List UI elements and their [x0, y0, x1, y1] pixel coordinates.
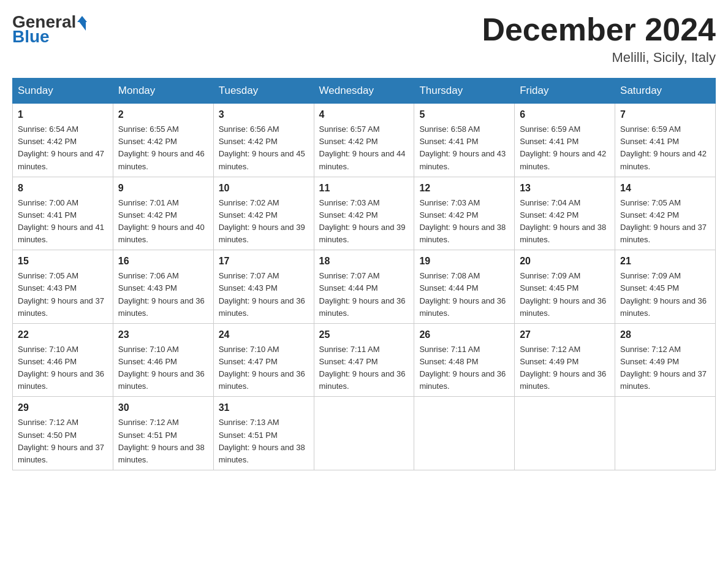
day-info: Sunrise: 7:09 AMSunset: 4:45 PMDaylight:…: [520, 271, 606, 317]
day-number: 7: [620, 107, 710, 122]
day-number: 24: [219, 327, 309, 342]
table-row: [314, 397, 414, 470]
col-wednesday: Wednesday: [314, 79, 414, 104]
table-row: 28Sunrise: 7:12 AMSunset: 4:49 PMDayligh…: [615, 323, 716, 397]
calendar-table: Sunday Monday Tuesday Wednesday Thursday…: [12, 78, 716, 470]
day-number: 13: [520, 181, 610, 196]
day-info: Sunrise: 6:58 AMSunset: 4:41 PMDaylight:…: [419, 124, 506, 170]
day-info: Sunrise: 7:10 AMSunset: 4:47 PMDaylight:…: [219, 345, 305, 391]
day-info: Sunrise: 7:12 AMSunset: 4:51 PMDaylight:…: [118, 418, 205, 464]
calendar-week-row: 15Sunrise: 7:05 AMSunset: 4:43 PMDayligh…: [13, 250, 716, 324]
day-number: 25: [319, 327, 409, 342]
col-tuesday: Tuesday: [213, 79, 314, 104]
day-info: Sunrise: 7:05 AMSunset: 4:42 PMDaylight:…: [620, 198, 707, 244]
day-number: 31: [219, 400, 309, 415]
day-info: Sunrise: 7:10 AMSunset: 4:46 PMDaylight:…: [118, 345, 205, 391]
day-info: Sunrise: 6:59 AMSunset: 4:41 PMDaylight:…: [620, 124, 707, 170]
table-row: 30Sunrise: 7:12 AMSunset: 4:51 PMDayligh…: [113, 397, 213, 470]
day-info: Sunrise: 7:11 AMSunset: 4:48 PMDaylight:…: [419, 345, 506, 391]
calendar-week-row: 22Sunrise: 7:10 AMSunset: 4:46 PMDayligh…: [13, 323, 716, 397]
col-friday: Friday: [515, 79, 615, 104]
table-row: [615, 397, 716, 470]
table-row: 24Sunrise: 7:10 AMSunset: 4:47 PMDayligh…: [213, 323, 314, 397]
table-row: 16Sunrise: 7:06 AMSunset: 4:43 PMDayligh…: [113, 250, 213, 324]
day-number: 29: [18, 400, 108, 415]
table-row: 6Sunrise: 6:59 AMSunset: 4:41 PMDaylight…: [515, 104, 615, 177]
day-number: 4: [319, 107, 409, 122]
day-number: 27: [520, 327, 610, 342]
day-info: Sunrise: 6:56 AMSunset: 4:42 PMDaylight:…: [219, 124, 305, 170]
day-info: Sunrise: 7:13 AMSunset: 4:51 PMDaylight:…: [219, 418, 305, 464]
day-info: Sunrise: 6:55 AMSunset: 4:42 PMDaylight:…: [118, 124, 205, 170]
table-row: 23Sunrise: 7:10 AMSunset: 4:46 PMDayligh…: [113, 323, 213, 397]
day-number: 17: [219, 254, 309, 269]
day-number: 23: [118, 327, 208, 342]
day-number: 12: [419, 181, 509, 196]
day-number: 19: [419, 254, 509, 269]
table-row: 18Sunrise: 7:07 AMSunset: 4:44 PMDayligh…: [314, 250, 414, 324]
table-row: 10Sunrise: 7:02 AMSunset: 4:42 PMDayligh…: [213, 177, 314, 250]
day-number: 26: [419, 327, 509, 342]
calendar-header-row: Sunday Monday Tuesday Wednesday Thursday…: [13, 79, 716, 104]
day-number: 2: [118, 107, 208, 122]
title-block: December 2024 Melilli, Sicily, Italy: [482, 12, 716, 66]
day-info: Sunrise: 7:07 AMSunset: 4:44 PMDaylight:…: [319, 271, 406, 317]
table-row: 3Sunrise: 6:56 AMSunset: 4:42 PMDaylight…: [213, 104, 314, 177]
day-info: Sunrise: 7:12 AMSunset: 4:49 PMDaylight:…: [620, 345, 707, 391]
day-number: 30: [118, 400, 208, 415]
col-saturday: Saturday: [615, 79, 716, 104]
day-number: 20: [520, 254, 610, 269]
day-info: Sunrise: 7:07 AMSunset: 4:43 PMDaylight:…: [219, 271, 305, 317]
day-info: Sunrise: 7:03 AMSunset: 4:42 PMDaylight:…: [319, 198, 406, 244]
table-row: 29Sunrise: 7:12 AMSunset: 4:50 PMDayligh…: [13, 397, 113, 470]
day-number: 22: [18, 327, 108, 342]
calendar-week-row: 8Sunrise: 7:00 AMSunset: 4:41 PMDaylight…: [13, 177, 716, 250]
day-info: Sunrise: 7:09 AMSunset: 4:45 PMDaylight:…: [620, 271, 707, 317]
day-info: Sunrise: 6:59 AMSunset: 4:41 PMDaylight:…: [520, 124, 606, 170]
table-row: 8Sunrise: 7:00 AMSunset: 4:41 PMDaylight…: [13, 177, 113, 250]
table-row: 17Sunrise: 7:07 AMSunset: 4:43 PMDayligh…: [213, 250, 314, 324]
table-row: 9Sunrise: 7:01 AMSunset: 4:42 PMDaylight…: [113, 177, 213, 250]
day-info: Sunrise: 7:03 AMSunset: 4:42 PMDaylight:…: [419, 198, 506, 244]
calendar-week-row: 1Sunrise: 6:54 AMSunset: 4:42 PMDaylight…: [13, 104, 716, 177]
table-row: 25Sunrise: 7:11 AMSunset: 4:47 PMDayligh…: [314, 323, 414, 397]
day-number: 15: [18, 254, 108, 269]
day-info: Sunrise: 7:02 AMSunset: 4:42 PMDaylight:…: [219, 198, 305, 244]
day-number: 10: [219, 181, 309, 196]
day-number: 1: [18, 107, 108, 122]
col-sunday: Sunday: [13, 79, 113, 104]
day-info: Sunrise: 6:57 AMSunset: 4:42 PMDaylight:…: [319, 124, 406, 170]
table-row: [414, 397, 515, 470]
table-row: 1Sunrise: 6:54 AMSunset: 4:42 PMDaylight…: [13, 104, 113, 177]
logo: General Blue: [12, 12, 87, 47]
table-row: 15Sunrise: 7:05 AMSunset: 4:43 PMDayligh…: [13, 250, 113, 324]
table-row: 7Sunrise: 6:59 AMSunset: 4:41 PMDaylight…: [615, 104, 716, 177]
calendar-week-row: 29Sunrise: 7:12 AMSunset: 4:50 PMDayligh…: [13, 397, 716, 470]
day-info: Sunrise: 7:01 AMSunset: 4:42 PMDaylight:…: [118, 198, 205, 244]
table-row: 2Sunrise: 6:55 AMSunset: 4:42 PMDaylight…: [113, 104, 213, 177]
location: Melilli, Sicily, Italy: [482, 50, 716, 66]
day-info: Sunrise: 7:12 AMSunset: 4:49 PMDaylight:…: [520, 345, 606, 391]
day-number: 18: [319, 254, 409, 269]
table-row: 11Sunrise: 7:03 AMSunset: 4:42 PMDayligh…: [314, 177, 414, 250]
table-row: 13Sunrise: 7:04 AMSunset: 4:42 PMDayligh…: [515, 177, 615, 250]
table-row: 22Sunrise: 7:10 AMSunset: 4:46 PMDayligh…: [13, 323, 113, 397]
table-row: 14Sunrise: 7:05 AMSunset: 4:42 PMDayligh…: [615, 177, 716, 250]
day-number: 6: [520, 107, 610, 122]
day-info: Sunrise: 7:00 AMSunset: 4:41 PMDaylight:…: [18, 198, 104, 244]
day-info: Sunrise: 7:10 AMSunset: 4:46 PMDaylight:…: [18, 345, 104, 391]
day-info: Sunrise: 7:05 AMSunset: 4:43 PMDaylight:…: [18, 271, 104, 317]
table-row: 19Sunrise: 7:08 AMSunset: 4:44 PMDayligh…: [414, 250, 515, 324]
table-row: 4Sunrise: 6:57 AMSunset: 4:42 PMDaylight…: [314, 104, 414, 177]
table-row: 5Sunrise: 6:58 AMSunset: 4:41 PMDaylight…: [414, 104, 515, 177]
table-row: 31Sunrise: 7:13 AMSunset: 4:51 PMDayligh…: [213, 397, 314, 470]
page-header: General Blue December 2024 Melilli, Sici…: [12, 12, 716, 66]
day-number: 28: [620, 327, 710, 342]
day-number: 21: [620, 254, 710, 269]
day-number: 3: [219, 107, 309, 122]
col-thursday: Thursday: [414, 79, 515, 104]
day-number: 16: [118, 254, 208, 269]
day-info: Sunrise: 6:54 AMSunset: 4:42 PMDaylight:…: [18, 124, 104, 170]
day-info: Sunrise: 7:11 AMSunset: 4:47 PMDaylight:…: [319, 345, 406, 391]
day-info: Sunrise: 7:08 AMSunset: 4:44 PMDaylight:…: [419, 271, 506, 317]
